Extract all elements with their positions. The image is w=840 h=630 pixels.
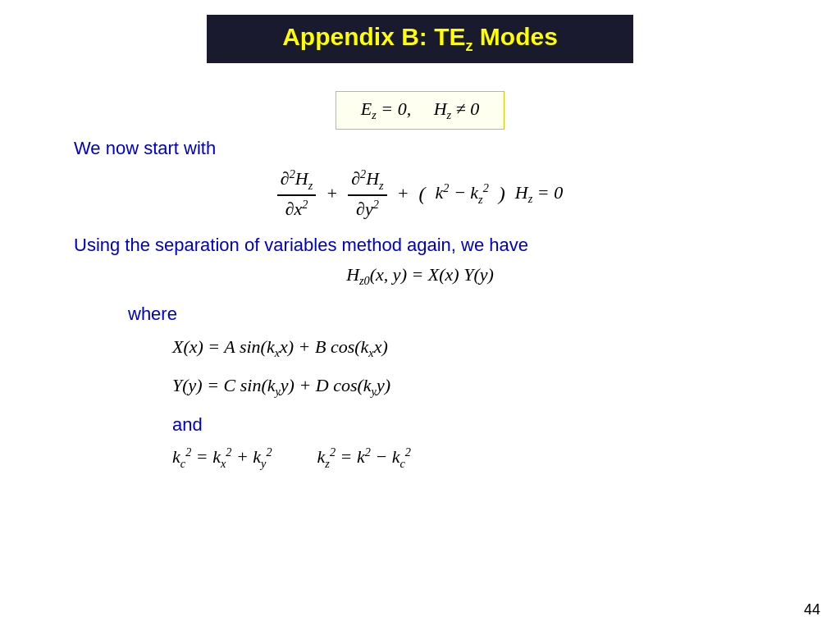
pde-equation: ∂2Hz ∂x2 + ∂2Hz ∂y2 + ( k2 − kz2 ) Hz = … xyxy=(0,167,840,220)
and-text: and xyxy=(172,414,840,436)
page-number: 44 xyxy=(804,601,820,619)
title-text: Appendix B: TEz Modes xyxy=(282,23,558,50)
title-bar: Appendix B: TEz Modes xyxy=(207,15,633,63)
kc-kz-equations: kc2 = kx2 + ky2 kz2 = k2 − kc2 xyxy=(172,445,840,471)
separation-text: Using the separation of variables method… xyxy=(74,235,840,256)
we-now-start-text: We now start with xyxy=(74,138,840,159)
hz0-equation: Hz0(x, y) = X(x) Y(y) xyxy=(0,264,840,288)
y-equation: Y(y) = C sin(kyy) + D cos(kyy) xyxy=(172,375,840,399)
ez-hz-formula: Ez = 0, Hz ≠ 0 xyxy=(336,91,504,130)
main-formula-box: Ez = 0, Hz ≠ 0 xyxy=(0,76,840,130)
where-text: where xyxy=(128,304,840,325)
x-equation: X(x) = A sin(kxx) + B cos(kxx) xyxy=(172,336,840,360)
